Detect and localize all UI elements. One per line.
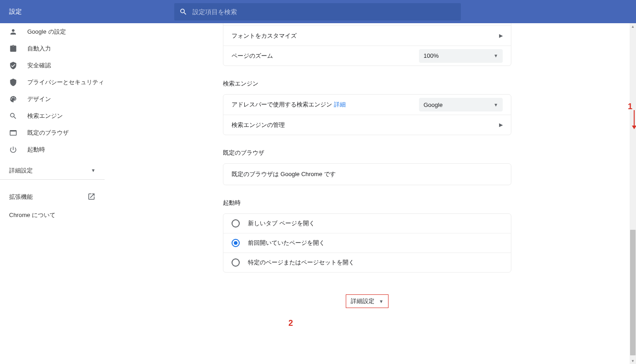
search-engine-title: 検索エンジン — [223, 80, 511, 88]
chevron-down-icon: ▼ — [91, 168, 96, 173]
startup-option-continue[interactable]: 前回開いていたページを開く — [223, 233, 511, 253]
scroll-down-icon[interactable]: ▼ — [630, 358, 636, 364]
page-zoom-value: 100% — [424, 52, 439, 59]
sidebar-item-label: 自動入力 — [27, 45, 51, 53]
sidebar-item-autofill[interactable]: 自動入力 — [0, 40, 105, 57]
sidebar-advanced[interactable]: 詳細設定 ▼ — [0, 162, 105, 180]
scrollbar-thumb[interactable] — [630, 230, 636, 355]
sidebar-extensions[interactable]: 拡張機能 — [0, 188, 105, 206]
startup-option-label: 新しいタブ ページを開く — [248, 219, 315, 228]
sidebar-item-search[interactable]: 検索エンジン — [0, 107, 105, 124]
startup-title: 起動時 — [223, 199, 511, 207]
annotation-1: 1 — [628, 102, 632, 111]
scrollbar[interactable]: ▲ ▼ — [630, 23, 636, 364]
sidebar-advanced-label: 詳細設定 — [9, 167, 33, 175]
sidebar-extensions-label: 拡張機能 — [9, 193, 33, 201]
sidebar: Google の設定 自動入力 安全確認 プライバシーとセキュリティ デザイン … — [0, 23, 105, 224]
clipboard-icon — [9, 45, 27, 53]
page-zoom-row: ページのズーム 100% ▼ — [223, 46, 511, 66]
page-zoom-select[interactable]: 100% ▼ — [419, 49, 503, 63]
manage-search-row[interactable]: 検索エンジンの管理 ▶ — [223, 115, 511, 135]
detail-link[interactable]: 詳細 — [334, 101, 346, 108]
sidebar-about[interactable]: Chrome について — [0, 206, 105, 224]
svg-point-1 — [12, 97, 13, 98]
svg-point-0 — [11, 98, 12, 99]
startup-option-newtab[interactable]: 新しいタブ ページを開く — [223, 214, 511, 233]
power-icon — [9, 146, 27, 154]
sidebar-item-label: デザイン — [27, 95, 51, 103]
sidebar-item-label: プライバシーとセキュリティ — [27, 78, 104, 86]
browser-icon — [9, 129, 27, 137]
sidebar-item-label: Google の設定 — [27, 28, 66, 36]
svg-point-3 — [15, 98, 15, 99]
startup-option-label: 前回開いていたページを開く — [248, 239, 325, 247]
chevron-down-icon: ▼ — [494, 53, 498, 58]
svg-point-2 — [14, 97, 15, 98]
addressbar-engine-label: アドレスバーで使用する検索エンジン 詳細 — [232, 101, 346, 109]
radio-icon — [232, 219, 240, 228]
startup-option-specific[interactable]: 特定のページまたはページセットを開く — [223, 253, 511, 272]
search-wrap[interactable] — [174, 3, 461, 20]
manage-search-label: 検索エンジンの管理 — [232, 121, 285, 129]
radio-selected-icon — [232, 239, 240, 247]
appearance-card: フォントサイズ 中（推奨） ▼ フォントをカスタマイズ ▶ ページのズーム 10… — [223, 23, 511, 66]
sidebar-item-label: 安全確認 — [27, 61, 51, 70]
sidebar-item-design[interactable]: デザイン — [0, 91, 105, 107]
customize-fonts-label: フォントをカスタマイズ — [232, 32, 297, 40]
radio-icon — [232, 258, 240, 267]
startup-option-label: 特定のページまたはページセットを開く — [248, 258, 354, 267]
content: フォントサイズ 中（推奨） ▼ フォントをカスタマイズ ▶ ページのズーム 10… — [223, 23, 511, 308]
search-engine-card: アドレスバーで使用する検索エンジン 詳細 Google ▼ 検索エンジンの管理 … — [223, 94, 511, 135]
default-browser-text: 既定のブラウザは Google Chrome です — [223, 164, 511, 185]
sidebar-item-default[interactable]: 既定のブラウザ — [0, 124, 105, 141]
sidebar-item-safety[interactable]: 安全確認 — [0, 57, 105, 74]
customize-fonts-row[interactable]: フォントをカスタマイズ ▶ — [223, 25, 511, 46]
sidebar-item-google[interactable]: Google の設定 — [0, 23, 105, 40]
chevron-right-icon: ▶ — [499, 33, 503, 39]
content-viewport: フォントサイズ 中（推奨） ▼ フォントをカスタマイズ ▶ ページのズーム 10… — [105, 23, 630, 364]
startup-card: 新しいタブ ページを開く 前回開いていたページを開く 特定のページまたはページセ… — [223, 213, 511, 273]
sidebar-item-privacy[interactable]: プライバシーとセキュリティ — [0, 74, 105, 91]
chevron-right-icon: ▶ — [499, 122, 503, 128]
palette-icon — [9, 95, 27, 103]
advanced-button[interactable]: 詳細設定 ▼ — [346, 294, 389, 308]
page-zoom-label: ページのズーム — [232, 52, 273, 60]
shield-icon — [9, 78, 27, 86]
search-engine-select[interactable]: Google ▼ — [419, 98, 503, 111]
chevron-down-icon: ▼ — [379, 299, 384, 304]
header: 設定 — [0, 0, 636, 23]
annotation-1-arrow-icon — [634, 110, 635, 128]
page-title: 設定 — [0, 8, 174, 16]
default-browser-card: 既定のブラウザは Google Chrome です — [223, 163, 511, 185]
default-browser-title: 既定のブラウザ — [223, 149, 511, 157]
sidebar-item-label: 既定のブラウザ — [27, 129, 69, 137]
search-engine-value: Google — [424, 101, 443, 108]
person-icon — [9, 28, 27, 36]
open-external-icon — [87, 192, 96, 202]
search-input[interactable] — [192, 8, 461, 15]
chevron-down-icon: ▼ — [494, 102, 498, 107]
sidebar-about-label: Chrome について — [9, 211, 56, 219]
sidebar-item-startup[interactable]: 起動時 — [0, 141, 105, 158]
scroll-up-icon[interactable]: ▲ — [630, 23, 636, 30]
search-icon — [9, 112, 27, 120]
annotation-2: 2 — [288, 318, 293, 328]
sidebar-item-label: 起動時 — [27, 146, 45, 154]
advanced-button-label: 詳細設定 — [351, 297, 374, 305]
sidebar-item-label: 検索エンジン — [27, 112, 63, 120]
search-icon — [174, 8, 192, 16]
shield-check-icon — [9, 61, 27, 70]
addressbar-engine-row: アドレスバーで使用する検索エンジン 詳細 Google ▼ — [223, 95, 511, 115]
